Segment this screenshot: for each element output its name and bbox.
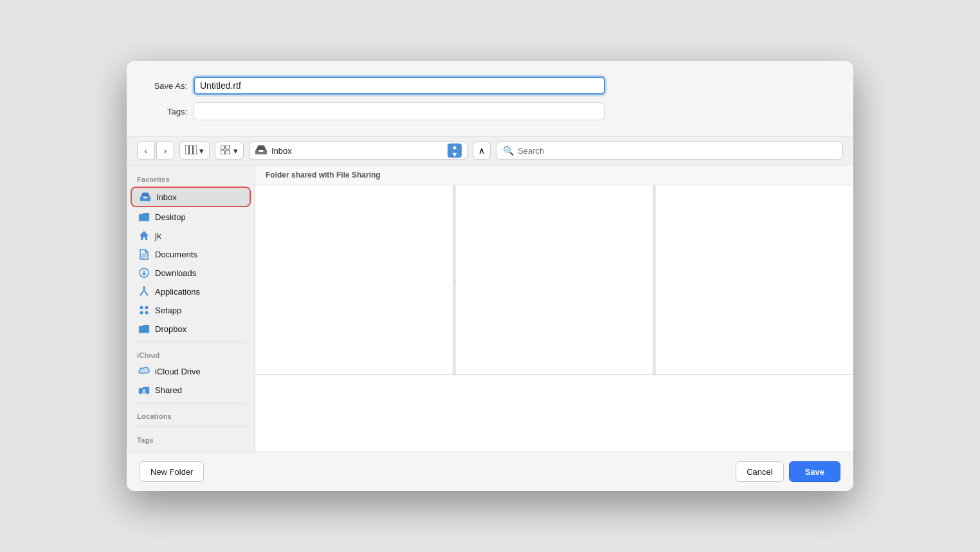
- search-input[interactable]: [518, 146, 836, 156]
- nav-group: ‹ ›: [137, 142, 174, 160]
- svg-rect-6: [226, 151, 230, 154]
- dialog-header: Save As: Tags:: [127, 61, 853, 136]
- svg-rect-5: [221, 151, 224, 154]
- sidebar-divider-3: [134, 427, 247, 427]
- column-view-icon: [185, 145, 197, 156]
- sidebar-item-icloud-drive[interactable]: iCloud Drive: [131, 362, 251, 380]
- forward-button[interactable]: ›: [156, 142, 174, 160]
- column-1: [255, 185, 453, 374]
- shared-folder-icon: [138, 384, 150, 396]
- sidebar-item-desktop[interactable]: Desktop: [131, 208, 251, 226]
- svg-rect-1: [190, 145, 193, 154]
- locations-label: Locations: [127, 407, 255, 423]
- back-icon: ‹: [145, 146, 147, 156]
- svg-point-20: [140, 311, 143, 315]
- search-icon: 🔍: [503, 145, 514, 156]
- location-dropdown[interactable]: Inbox ▲ ▼: [249, 142, 467, 160]
- view-grid-button[interactable]: ▾: [215, 142, 244, 160]
- tags-input[interactable]: [194, 102, 605, 120]
- dropbox-folder-icon: [138, 323, 150, 335]
- column-2: [456, 185, 654, 374]
- sidebar-divider-1: [134, 342, 247, 342]
- svg-rect-3: [221, 145, 224, 149]
- svg-rect-2: [194, 145, 197, 154]
- sidebar-item-icloud-drive-label: iCloud Drive: [155, 367, 201, 376]
- svg-point-16: [140, 293, 142, 295]
- file-area: Folder shared with File Sharing ⋮: [255, 165, 853, 452]
- column-3: [656, 185, 853, 374]
- sidebar-item-downloads-label: Downloads: [155, 268, 196, 278]
- documents-icon: [138, 248, 150, 260]
- expand-button[interactable]: ∧: [473, 142, 491, 160]
- svg-rect-0: [185, 145, 188, 154]
- svg-point-22: [143, 389, 145, 392]
- tags-label: Tags: [127, 431, 255, 446]
- location-stepper[interactable]: ▲ ▼: [448, 143, 462, 158]
- save-dialog: Save As: Tags: ‹ ›: [127, 61, 853, 491]
- sidebar-item-inbox-label: Inbox: [156, 192, 177, 202]
- columns-area: ⋮: [255, 185, 853, 374]
- save-button[interactable]: Save: [789, 461, 840, 482]
- forward-icon: ›: [164, 146, 167, 156]
- svg-point-19: [145, 306, 149, 309]
- applications-icon: [138, 286, 150, 297]
- tags-label: Tags:: [142, 107, 194, 116]
- sidebar-item-documents[interactable]: Documents: [131, 245, 251, 263]
- sidebar-item-downloads[interactable]: Downloads: [131, 264, 251, 282]
- sidebar-item-jk-label: jk: [155, 231, 161, 241]
- save-as-row: Save As:: [142, 77, 838, 95]
- inbox-icon: [140, 191, 151, 203]
- save-as-label: Save As:: [142, 81, 194, 91]
- chevron-up-icon: ▲: [451, 143, 458, 151]
- grid-view-chevron: ▾: [233, 146, 238, 156]
- sidebar-item-shared-label: Shared: [155, 385, 182, 395]
- bottom-area: [255, 374, 853, 452]
- svg-point-21: [145, 311, 149, 315]
- downloads-icon: [138, 267, 150, 279]
- sidebar-item-dropbox[interactable]: Dropbox: [131, 320, 251, 338]
- icloud-label: iCloud: [127, 346, 255, 362]
- sidebar-item-jk[interactable]: jk: [131, 226, 251, 244]
- svg-rect-4: [226, 145, 230, 149]
- sidebar-divider-2: [134, 403, 247, 403]
- home-icon: [138, 230, 150, 241]
- favorites-label: Favorites: [127, 170, 255, 186]
- back-button[interactable]: ‹: [137, 142, 155, 160]
- column-view-chevron: ▾: [199, 146, 204, 156]
- view-column-button[interactable]: ▾: [179, 142, 210, 160]
- inbox-folder-icon: [255, 145, 268, 157]
- sidebar-item-applications[interactable]: Applications: [131, 282, 251, 300]
- sidebar-item-desktop-label: Desktop: [155, 212, 186, 222]
- sidebar-item-shared[interactable]: Shared: [131, 381, 251, 399]
- icloud-drive-icon: [138, 365, 150, 377]
- tags-row: Tags:: [142, 102, 838, 120]
- svg-point-17: [147, 293, 149, 295]
- desktop-folder-icon: [138, 211, 150, 223]
- svg-point-18: [140, 306, 143, 309]
- chevron-down-icon: ▼: [451, 151, 458, 158]
- sidebar-item-inbox[interactable]: Inbox: [131, 187, 251, 207]
- expand-icon: ∧: [478, 145, 485, 156]
- grid-view-icon: [221, 145, 231, 156]
- sidebar-item-setapp-label: Setapp: [155, 306, 181, 315]
- cancel-button[interactable]: Cancel: [736, 461, 783, 482]
- setapp-icon: [138, 304, 150, 316]
- sidebar-item-applications-label: Applications: [155, 287, 200, 297]
- search-bar: 🔍: [496, 142, 843, 160]
- file-toolbar: ‹ › ▾: [127, 136, 853, 165]
- sidebar: Favorites Inbox: [127, 165, 255, 452]
- folder-header: Folder shared with File Sharing: [255, 165, 853, 185]
- save-as-input[interactable]: [194, 77, 605, 95]
- sidebar-item-documents-label: Documents: [155, 250, 197, 259]
- new-folder-button[interactable]: New Folder: [140, 461, 204, 482]
- sidebar-item-setapp[interactable]: Setapp: [131, 301, 251, 319]
- footer-right: Cancel Save: [736, 461, 840, 482]
- dialog-body: Favorites Inbox: [127, 165, 853, 452]
- dialog-footer: New Folder Cancel Save: [127, 452, 853, 491]
- location-label: Inbox: [271, 146, 444, 156]
- sidebar-item-dropbox-label: Dropbox: [155, 324, 186, 334]
